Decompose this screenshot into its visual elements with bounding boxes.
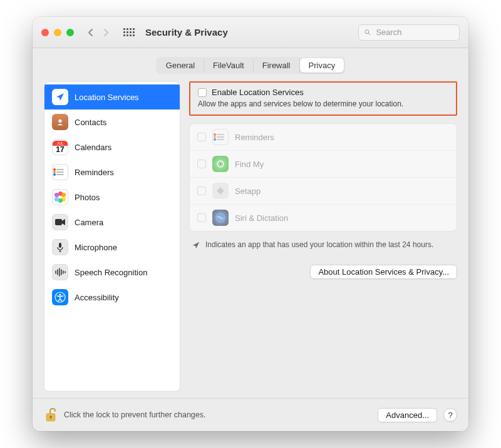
tab-label: Firewall — [262, 61, 291, 70]
app-checkbox[interactable] — [197, 213, 206, 222]
svg-rect-15 — [217, 187, 224, 194]
back-button[interactable] — [84, 24, 98, 41]
tab-label: General — [166, 61, 195, 70]
sidebar-item-microphone[interactable]: Microphone — [44, 235, 180, 260]
sidebar-item-contacts[interactable]: Contacts — [44, 109, 180, 135]
app-name: Setapp — [235, 186, 261, 196]
sidebar-item-location-services[interactable]: Location Services — [44, 84, 180, 109]
tabs: General FileVault Firewall Privacy — [156, 57, 345, 74]
window-controls — [41, 29, 74, 36]
contacts-icon — [52, 114, 68, 130]
setapp-app-icon — [212, 183, 229, 199]
svg-point-14 — [220, 163, 222, 165]
enable-location-highlight: Enable Location Services Allow the apps … — [189, 81, 457, 116]
tab-label: FileVault — [213, 61, 244, 70]
reminders-icon — [52, 164, 68, 180]
calendar-day: 17 — [56, 146, 64, 153]
help-icon: ? — [448, 410, 452, 420]
sidebar-item-label: Accessibility — [75, 293, 119, 302]
camera-icon — [52, 214, 68, 230]
chevron-left-icon — [86, 28, 96, 38]
enable-location-description: Allow the apps and services below to det… — [198, 99, 448, 108]
app-row-findmy[interactable]: Find My — [190, 151, 457, 178]
location-arrow-icon — [192, 241, 200, 250]
sidebar-item-label: Microphone — [75, 243, 117, 252]
search-input[interactable] — [374, 27, 454, 38]
content-area: Location Services Contacts JUL 17 Calend… — [33, 81, 468, 398]
sidebar-item-label: Location Services — [75, 93, 139, 102]
sidebar-item-label: Contacts — [75, 118, 106, 127]
sidebar-item-camera[interactable]: Camera — [44, 210, 180, 235]
tab-label: Privacy — [309, 61, 336, 70]
app-name: Reminders — [235, 133, 274, 142]
sidebar-item-label: Reminders — [75, 168, 114, 177]
photos-icon — [52, 189, 68, 205]
sidebar-item-label: Photos — [75, 193, 100, 202]
footer: Click the lock to prevent further change… — [33, 398, 468, 431]
reminders-app-icon — [212, 129, 229, 145]
lock-button[interactable] — [44, 406, 58, 424]
siri-app-icon — [212, 210, 229, 226]
app-checkbox[interactable] — [197, 186, 206, 195]
window-title: Security & Privacy — [145, 27, 228, 38]
tab-general[interactable]: General — [157, 58, 204, 73]
svg-rect-19 — [50, 417, 51, 419]
app-row-siri[interactable]: Siri & Dictation — [190, 205, 457, 231]
findmy-app-icon — [212, 156, 229, 172]
location-apps-list: Reminders Find My Setapp Siri & Dictatio… — [189, 123, 457, 232]
show-all-button[interactable] — [123, 26, 135, 39]
unlocked-lock-icon — [44, 407, 57, 422]
calendar-icon: JUL 17 — [52, 139, 68, 155]
sidebar-item-calendars[interactable]: JUL 17 Calendars — [44, 135, 180, 160]
sidebar-item-reminders[interactable]: Reminders — [44, 160, 180, 185]
app-name: Siri & Dictation — [235, 213, 288, 223]
sidebar-item-label: Speech Recognition — [75, 268, 147, 277]
sidebar-item-accessibility[interactable]: Accessibility — [44, 285, 180, 310]
tab-privacy[interactable]: Privacy — [300, 58, 344, 73]
about-location-button[interactable]: About Location Services & Privacy... — [310, 265, 457, 279]
sidebar-item-photos[interactable]: Photos — [44, 185, 180, 210]
help-button[interactable]: ? — [443, 408, 457, 422]
sidebar-item-label: Calendars — [75, 143, 111, 152]
chevron-right-icon — [101, 28, 111, 38]
zoom-window-button[interactable] — [66, 29, 74, 36]
tab-firewall[interactable]: Firewall — [254, 58, 300, 73]
waveform-icon — [52, 264, 68, 280]
app-checkbox[interactable] — [197, 133, 206, 141]
sidebar-item-speech-recognition[interactable]: Speech Recognition — [44, 260, 180, 285]
tab-bar: General FileVault Firewall Privacy — [33, 48, 468, 81]
enable-location-label: Enable Location Services — [212, 88, 304, 97]
svg-line-1 — [368, 33, 370, 35]
svg-point-12 — [59, 293, 61, 295]
close-window-button[interactable] — [41, 29, 49, 36]
accessibility-icon — [52, 289, 68, 305]
main-panel: Enable Location Services Allow the apps … — [189, 81, 457, 392]
app-row-reminders[interactable]: Reminders — [190, 124, 457, 151]
nav-buttons — [84, 24, 113, 41]
svg-rect-4 — [59, 243, 61, 248]
about-row: About Location Services & Privacy... — [189, 257, 457, 279]
enable-location-row[interactable]: Enable Location Services — [198, 88, 448, 97]
enable-location-checkbox[interactable] — [198, 88, 207, 97]
app-name: Find My — [235, 160, 264, 169]
search-field[interactable] — [358, 24, 460, 41]
titlebar: Security & Privacy — [33, 17, 468, 48]
location-indicator-note: Indicates an app that has used your loca… — [189, 239, 457, 250]
app-checkbox[interactable] — [197, 160, 206, 168]
privacy-sidebar: Location Services Contacts JUL 17 Calend… — [44, 81, 180, 392]
microphone-icon — [52, 239, 68, 255]
search-icon — [364, 28, 371, 36]
lock-hint-text: Click the lock to prevent further change… — [64, 410, 371, 419]
location-arrow-icon — [52, 89, 68, 105]
svg-rect-3 — [55, 219, 62, 225]
minimize-window-button[interactable] — [54, 29, 61, 36]
svg-point-2 — [58, 120, 61, 123]
sidebar-item-label: Camera — [75, 218, 103, 227]
forward-button[interactable] — [99, 24, 113, 41]
advanced-button[interactable]: Advanced... — [378, 408, 437, 422]
grid-icon — [123, 28, 135, 36]
tab-filevault[interactable]: FileVault — [204, 58, 254, 73]
preferences-window: Security & Privacy General FileVault Fir… — [33, 17, 468, 431]
app-row-setapp[interactable]: Setapp — [190, 178, 457, 205]
indicator-text: Indicates an app that has used your loca… — [205, 240, 433, 249]
